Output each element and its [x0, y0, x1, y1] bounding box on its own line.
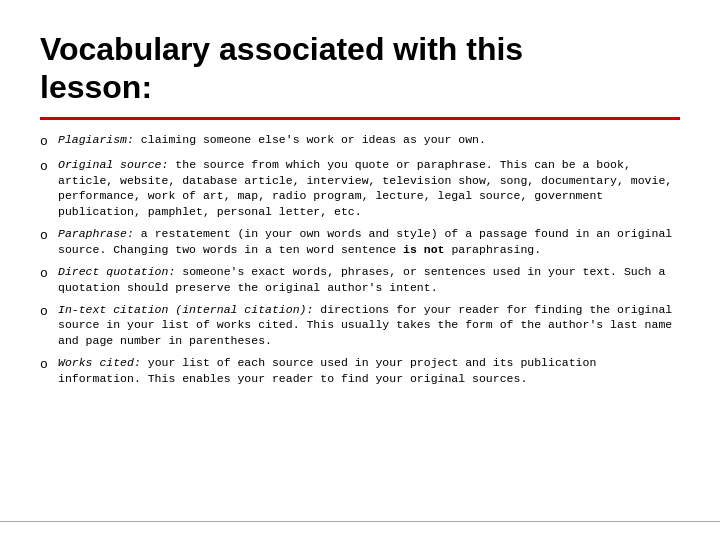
vocabulary-list: o Plagiarism: claiming someone else's wo… — [40, 132, 680, 387]
bottom-line — [0, 521, 720, 522]
title-line1: Vocabulary associated with this — [40, 31, 523, 67]
bold-text: is not — [403, 243, 444, 256]
bullet-icon: o — [40, 303, 58, 321]
bullet-icon: o — [40, 133, 58, 151]
bullet-icon: o — [40, 227, 58, 245]
title-line2: lesson: — [40, 69, 152, 105]
term: Plagiarism: — [58, 133, 134, 146]
term: Works cited: — [58, 356, 141, 369]
bullet-icon: o — [40, 265, 58, 283]
term: Original source: — [58, 158, 168, 171]
list-item: o Direct quotation: someone's exact word… — [40, 264, 680, 296]
title-underline — [40, 117, 680, 120]
list-item: o Original source: the source from which… — [40, 157, 680, 220]
list-item: o Plagiarism: claiming someone else's wo… — [40, 132, 680, 151]
list-item: o In-text citation (internal citation): … — [40, 302, 680, 350]
item-text: In-text citation (internal citation): di… — [58, 302, 680, 350]
item-text: Paraphrase: a restatement (in your own w… — [58, 226, 680, 258]
item-text: Original source: the source from which y… — [58, 157, 680, 220]
item-text: Direct quotation: someone's exact words,… — [58, 264, 680, 296]
slide-title: Vocabulary associated with this lesson: — [40, 30, 680, 107]
term: Direct quotation: — [58, 265, 175, 278]
list-item: o Paraphrase: a restatement (in your own… — [40, 226, 680, 258]
list-item: o Works cited: your list of each source … — [40, 355, 680, 387]
item-text: Plagiarism: claiming someone else's work… — [58, 132, 680, 148]
slide: Vocabulary associated with this lesson: … — [0, 0, 720, 540]
item-text: Works cited: your list of each source us… — [58, 355, 680, 387]
term: Paraphrase: — [58, 227, 134, 240]
bullet-icon: o — [40, 356, 58, 374]
term: In-text citation (internal citation): — [58, 303, 313, 316]
bullet-icon: o — [40, 158, 58, 176]
